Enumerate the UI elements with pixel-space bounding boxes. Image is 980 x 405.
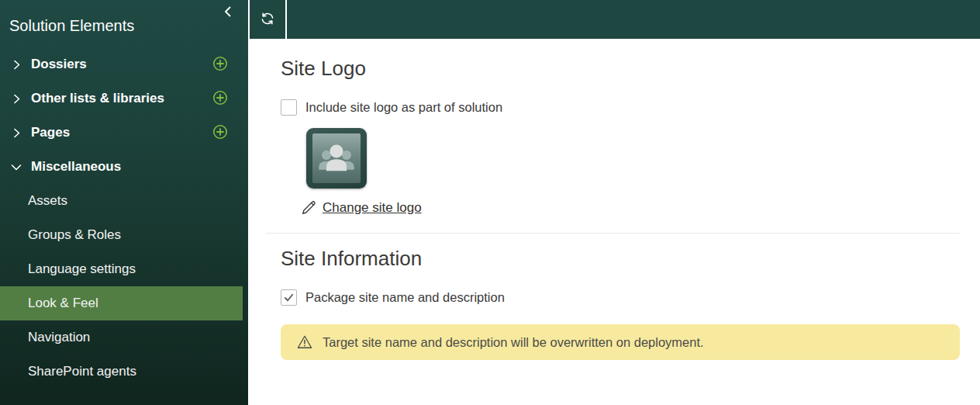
plus-circle-icon — [212, 124, 228, 142]
sidebar-collapse-button[interactable] — [219, 3, 237, 22]
chevron-right-icon — [11, 127, 22, 138]
sidebar-item-label: Look & Feel — [28, 296, 98, 311]
sidebar-group-label: Other lists & libraries — [31, 91, 212, 106]
site-logo-heading: Site Logo — [281, 54, 960, 82]
sidebar-item-sharepoint-agents[interactable]: SharePoint agents — [0, 355, 248, 389]
sidebar-title: Solution Elements — [0, 0, 248, 35]
sidebar-group-label: Pages — [31, 125, 212, 140]
sidebar-item-label: Assets — [28, 193, 67, 209]
sidebar-group-label: Miscellaneous — [31, 159, 228, 175]
change-site-logo-link[interactable]: Change site logo — [301, 199, 960, 216]
app-window: Solution Elements Dossiers Other lists &… — [0, 0, 980, 405]
change-site-logo-label: Change site logo — [323, 200, 422, 216]
add-list-button[interactable] — [212, 91, 228, 107]
sidebar: Solution Elements Dossiers Other lists &… — [0, 0, 248, 405]
include-site-logo-row: Include site logo as part of solution — [281, 99, 960, 116]
chevron-left-icon — [222, 9, 234, 20]
sidebar-nav: Dossiers Other lists & libraries — [0, 47, 248, 389]
toolbar-separator — [285, 0, 287, 39]
include-site-logo-checkbox[interactable] — [281, 99, 297, 116]
sidebar-item-label: Navigation — [28, 330, 90, 345]
sidebar-item-navigation[interactable]: Navigation — [0, 320, 248, 355]
warning-banner: Target site name and description will be… — [281, 324, 960, 360]
chevron-right-icon — [11, 93, 22, 104]
package-site-name-row: Package site name and description — [281, 289, 960, 306]
sidebar-item-groups-roles[interactable]: Groups & Roles — [0, 218, 248, 252]
main-column: Site Logo Include site logo as part of s… — [248, 0, 980, 405]
include-site-logo-label: Include site logo as part of solution — [305, 100, 502, 115]
settings-panel: Site Logo Include site logo as part of s… — [248, 39, 980, 405]
site-logo-image — [306, 128, 367, 189]
section-divider — [266, 233, 960, 234]
checkmark-icon — [283, 292, 295, 303]
package-site-name-checkbox[interactable] — [281, 289, 297, 306]
chevron-down-icon — [11, 161, 22, 172]
warning-triangle-icon — [296, 334, 313, 351]
sidebar-group-label: Dossiers — [31, 57, 212, 72]
package-site-name-label: Package site name and description — [305, 290, 505, 305]
plus-circle-icon — [212, 90, 228, 108]
pencil-icon — [301, 199, 317, 216]
toolbar — [250, 0, 980, 39]
sidebar-group-dossiers[interactable]: Dossiers — [0, 47, 248, 81]
sidebar-item-label: Groups & Roles — [28, 227, 121, 243]
add-dossier-button[interactable] — [212, 57, 228, 73]
chevron-right-icon — [11, 59, 22, 70]
sidebar-group-other-lists[interactable]: Other lists & libraries — [0, 81, 248, 116]
people-group-icon — [312, 133, 361, 183]
sidebar-item-language-settings[interactable]: Language settings — [0, 252, 248, 286]
add-page-button[interactable] — [212, 125, 228, 141]
sidebar-group-miscellaneous[interactable]: Miscellaneous — [0, 150, 248, 184]
sidebar-group-pages[interactable]: Pages — [0, 116, 248, 150]
warning-message: Target site name and description will be… — [323, 335, 704, 350]
sidebar-item-label: SharePoint agents — [28, 364, 136, 379]
sidebar-item-label: Language settings — [28, 261, 136, 277]
sidebar-item-look-feel[interactable]: Look & Feel — [0, 286, 243, 320]
sidebar-item-assets[interactable]: Assets — [0, 184, 248, 218]
site-information-heading: Site Information — [281, 244, 960, 272]
refresh-button[interactable] — [250, 0, 285, 39]
plus-circle-icon — [212, 56, 228, 74]
sync-icon — [259, 10, 276, 29]
